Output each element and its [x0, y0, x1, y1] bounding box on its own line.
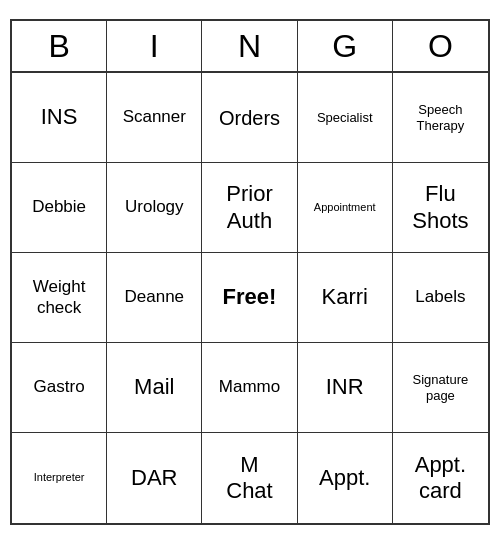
cell-text: Karri — [321, 284, 367, 310]
header-letter: G — [298, 21, 393, 71]
bingo-cell: Gastro — [12, 343, 107, 433]
bingo-cell: Speech Therapy — [393, 73, 488, 163]
cell-text: Debbie — [32, 197, 86, 217]
bingo-cell: Mammo — [202, 343, 297, 433]
bingo-cell: Labels — [393, 253, 488, 343]
cell-text: Signature page — [413, 372, 469, 403]
cell-text: Scanner — [123, 107, 186, 127]
cell-text: Urology — [125, 197, 184, 217]
bingo-card: BINGO INSScannerOrdersSpecialistSpeech T… — [10, 19, 490, 525]
bingo-cell: Prior Auth — [202, 163, 297, 253]
bingo-cell: Debbie — [12, 163, 107, 253]
bingo-cell: Appt. — [298, 433, 393, 523]
bingo-cell: Signature page — [393, 343, 488, 433]
bingo-cell: Free! — [202, 253, 297, 343]
bingo-cell: Karri — [298, 253, 393, 343]
bingo-cell: INR — [298, 343, 393, 433]
bingo-cell: Urology — [107, 163, 202, 253]
bingo-cell: M Chat — [202, 433, 297, 523]
cell-text: Orders — [219, 106, 280, 130]
bingo-cell: Appt. card — [393, 433, 488, 523]
cell-text: DAR — [131, 465, 177, 491]
bingo-cell: Interpreter — [12, 433, 107, 523]
cell-text: Labels — [415, 287, 465, 307]
cell-text: Interpreter — [34, 471, 85, 484]
cell-text: Free! — [223, 284, 277, 310]
header-letter: N — [202, 21, 297, 71]
bingo-cell: Flu Shots — [393, 163, 488, 253]
bingo-cell: INS — [12, 73, 107, 163]
cell-text: INR — [326, 374, 364, 400]
bingo-cell: Appointment — [298, 163, 393, 253]
cell-text: Appt. — [319, 465, 370, 491]
bingo-cell: Weight check — [12, 253, 107, 343]
bingo-cell: Deanne — [107, 253, 202, 343]
bingo-header: BINGO — [12, 21, 488, 73]
cell-text: Mammo — [219, 377, 280, 397]
cell-text: Weight check — [33, 277, 86, 318]
bingo-cell: Specialist — [298, 73, 393, 163]
bingo-cell: DAR — [107, 433, 202, 523]
header-letter: B — [12, 21, 107, 71]
cell-text: INS — [41, 104, 78, 130]
cell-text: Deanne — [125, 287, 185, 307]
cell-text: Appointment — [314, 201, 376, 214]
header-letter: I — [107, 21, 202, 71]
cell-text: Mail — [134, 374, 174, 400]
bingo-cell: Orders — [202, 73, 297, 163]
cell-text: Speech Therapy — [417, 102, 465, 133]
cell-text: Gastro — [34, 377, 85, 397]
bingo-cell: Mail — [107, 343, 202, 433]
cell-text: Prior Auth — [226, 181, 272, 234]
bingo-grid: INSScannerOrdersSpecialistSpeech Therapy… — [12, 73, 488, 523]
cell-text: Specialist — [317, 110, 373, 126]
bingo-cell: Scanner — [107, 73, 202, 163]
header-letter: O — [393, 21, 488, 71]
cell-text: Appt. card — [415, 452, 466, 505]
cell-text: M Chat — [226, 452, 272, 505]
cell-text: Flu Shots — [412, 181, 468, 234]
